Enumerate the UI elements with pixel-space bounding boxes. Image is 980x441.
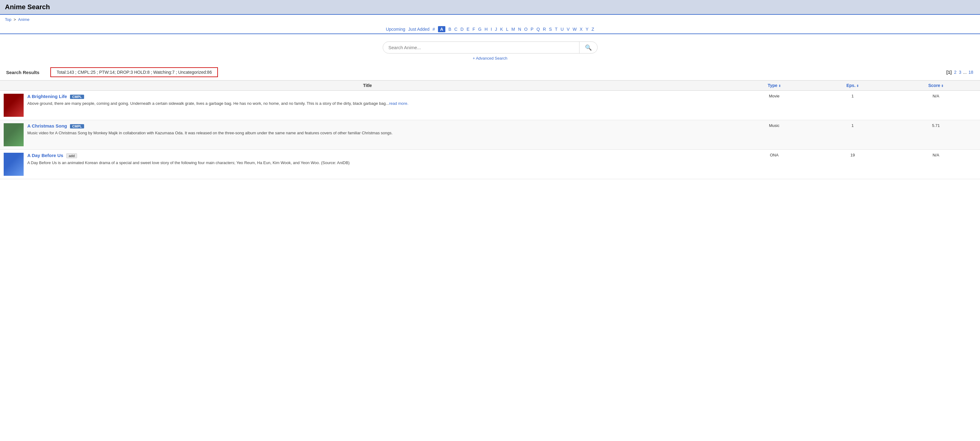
nav-O[interactable]: O	[524, 27, 528, 32]
nav-L[interactable]: L	[506, 27, 509, 32]
anime-description: Above ground, there are many people, com…	[27, 101, 732, 107]
anime-row: A Day Before Us add A Day Before Us is a…	[4, 153, 732, 176]
nav-Z[interactable]: Z	[592, 27, 594, 32]
breadcrumb-anime[interactable]: Anime	[18, 17, 29, 22]
results-stats: Total:143 ; CMPL:25 ; PTW:14; DROP:3 HOL…	[50, 67, 218, 77]
nav-N[interactable]: N	[518, 27, 521, 32]
score-cell: N/A	[892, 150, 980, 179]
nav-J[interactable]: J	[495, 27, 497, 32]
anime-row: A Christmas Song CMPL Music video for A …	[4, 123, 732, 146]
score-cell: N/A	[892, 91, 980, 120]
anime-info: A Day Before Us add A Day Before Us is a…	[27, 153, 732, 166]
type-cell: Music	[735, 120, 813, 150]
nav-G[interactable]: G	[478, 27, 482, 32]
col-title: Title	[0, 80, 735, 91]
nav-B[interactable]: B	[449, 27, 451, 32]
advanced-search-link[interactable]: + Advanced Search	[473, 56, 508, 61]
nav-D[interactable]: D	[460, 27, 463, 32]
anime-info: A Brightening Life CMPL Above ground, th…	[27, 94, 732, 107]
anime-info: A Christmas Song CMPL Music video for A …	[27, 123, 732, 136]
status-badge: add	[66, 153, 77, 158]
pagination-current: [1]	[946, 70, 951, 75]
read-more-link[interactable]: read more.	[389, 101, 409, 106]
pagination-2[interactable]: 2	[954, 70, 956, 75]
col-eps[interactable]: Eps.	[813, 80, 892, 91]
nav-I[interactable]: I	[491, 27, 492, 32]
nav-R[interactable]: R	[543, 27, 546, 32]
search-input[interactable]	[383, 42, 579, 53]
breadcrumb-separator: >	[14, 17, 16, 22]
nav-F[interactable]: F	[473, 27, 475, 32]
page-title: Anime Search	[5, 3, 975, 11]
pagination-ellipsis: ...	[963, 70, 967, 75]
nav-E[interactable]: E	[466, 27, 469, 32]
title-cell: A Day Before Us add A Day Before Us is a…	[0, 150, 735, 179]
anime-description: A Day Before Us is an animated Korean dr…	[27, 160, 732, 166]
status-badge: CMPL	[70, 95, 84, 99]
nav-V[interactable]: V	[566, 27, 570, 32]
letter-nav: Upcoming Just Added # A B C D E F G H I …	[0, 24, 980, 34]
nav-W[interactable]: W	[573, 27, 577, 32]
search-button[interactable]: 🔍	[579, 42, 597, 53]
table-row: A Christmas Song CMPL Music video for A …	[0, 120, 980, 150]
pagination-3[interactable]: 3	[959, 70, 961, 75]
nav-X[interactable]: X	[580, 27, 582, 32]
anime-title-link[interactable]: A Day Before Us	[27, 153, 63, 158]
nav-hash[interactable]: #	[433, 27, 435, 32]
nav-S[interactable]: S	[549, 27, 552, 32]
anime-thumbnail	[4, 94, 24, 117]
anime-title-link[interactable]: A Christmas Song	[27, 123, 67, 128]
nav-U[interactable]: U	[560, 27, 563, 32]
anime-row: A Brightening Life CMPL Above ground, th…	[4, 94, 732, 117]
table-header-row: Title Type Eps. Score	[0, 80, 980, 91]
anime-thumbnail	[4, 153, 24, 176]
nav-A[interactable]: A	[438, 26, 445, 32]
nav-Y[interactable]: Y	[585, 27, 589, 32]
title-cell: A Christmas Song CMPL Music video for A …	[0, 120, 735, 150]
results-label: Search Results	[6, 70, 39, 75]
col-score[interactable]: Score	[892, 80, 980, 91]
eps-cell: 19	[813, 150, 892, 179]
eps-cell: 1	[813, 91, 892, 120]
nav-H[interactable]: H	[485, 27, 488, 32]
score-cell: 5.71	[892, 120, 980, 150]
breadcrumb-top[interactable]: Top	[5, 17, 11, 22]
nav-M[interactable]: M	[511, 27, 515, 32]
nav-Q[interactable]: Q	[536, 27, 540, 32]
anime-title-link[interactable]: A Brightening Life	[27, 94, 67, 99]
pagination: [1] 2 3 ... 18	[946, 70, 974, 75]
results-bar: Search Results Total:143 ; CMPL:25 ; PTW…	[0, 64, 980, 80]
nav-C[interactable]: C	[454, 27, 457, 32]
nav-P[interactable]: P	[531, 27, 533, 32]
anime-thumbnail	[4, 123, 24, 146]
status-badge: CMPL	[70, 124, 84, 128]
nav-T[interactable]: T	[555, 27, 558, 32]
table-row: A Day Before Us add A Day Before Us is a…	[0, 150, 980, 179]
search-icon: 🔍	[585, 45, 592, 51]
nav-upcoming[interactable]: Upcoming	[386, 27, 405, 32]
title-cell: A Brightening Life CMPL Above ground, th…	[0, 91, 735, 120]
nav-just-added[interactable]: Just Added	[408, 27, 430, 32]
pagination-last[interactable]: 18	[968, 70, 973, 75]
page-header: Anime Search	[0, 0, 980, 15]
type-cell: Movie	[735, 91, 813, 120]
col-type[interactable]: Type	[735, 80, 813, 91]
eps-cell: 1	[813, 120, 892, 150]
nav-K[interactable]: K	[500, 27, 503, 32]
search-box: 🔍	[383, 42, 598, 53]
anime-description: Music video for A Christmas Song by Monk…	[27, 130, 732, 136]
type-cell: ONA	[735, 150, 813, 179]
breadcrumb: Top > Anime	[0, 15, 980, 24]
table-row: A Brightening Life CMPL Above ground, th…	[0, 91, 980, 120]
search-section: 🔍 + Advanced Search	[0, 42, 980, 61]
results-table: Title Type Eps. Score A Brightening Life…	[0, 80, 980, 179]
